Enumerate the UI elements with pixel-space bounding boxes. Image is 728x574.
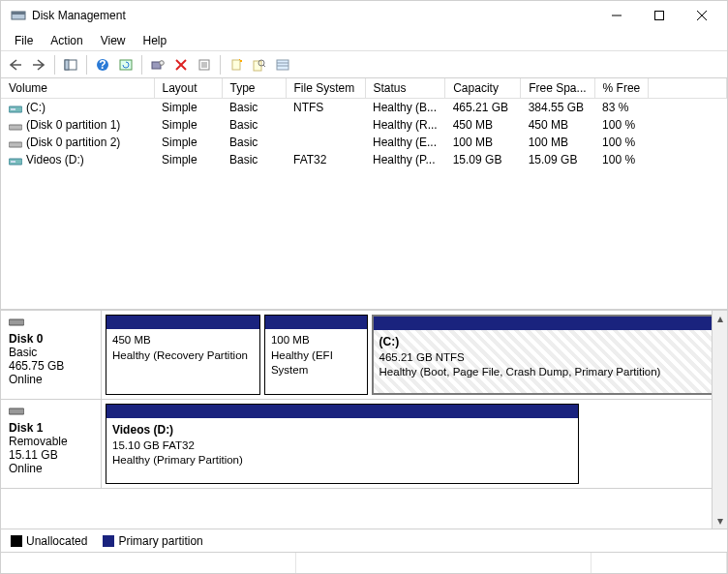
forward-button[interactable] bbox=[28, 54, 49, 76]
volume-icon bbox=[9, 156, 22, 166]
partition-header-bar bbox=[106, 316, 259, 329]
disk-label[interactable]: Disk 1Removable15.11 GBOnline bbox=[1, 400, 102, 488]
table-row[interactable]: (Disk 0 partition 1)SimpleBasicHealthy (… bbox=[1, 116, 727, 134]
svg-rect-31 bbox=[11, 161, 15, 163]
menubar: File Action View Help bbox=[1, 30, 727, 51]
svg-rect-33 bbox=[9, 408, 24, 414]
settings-button[interactable] bbox=[147, 54, 168, 76]
disk-label[interactable]: Disk 0Basic465.75 GBOnline bbox=[1, 311, 102, 399]
volume-list[interactable]: Volume Layout Type File System Status Ca… bbox=[1, 78, 727, 311]
col-volume[interactable]: Volume bbox=[1, 78, 154, 99]
refresh-button[interactable] bbox=[115, 54, 136, 76]
app-icon bbox=[11, 8, 26, 23]
partition[interactable]: 100 MBHealthy (EFI System bbox=[264, 315, 368, 395]
maximize-button[interactable] bbox=[638, 1, 681, 30]
toolbar: ? bbox=[1, 51, 727, 78]
menu-action[interactable]: Action bbox=[43, 32, 90, 49]
partition-header-bar bbox=[106, 405, 578, 418]
partition-header-bar bbox=[374, 317, 713, 330]
list-view-button[interactable] bbox=[272, 54, 293, 76]
col-type[interactable]: Type bbox=[222, 78, 286, 99]
col-free[interactable]: Free Spa... bbox=[521, 78, 594, 99]
new-button[interactable] bbox=[226, 54, 247, 76]
minimize-button[interactable] bbox=[595, 1, 638, 30]
svg-rect-29 bbox=[9, 142, 22, 147]
find-button[interactable] bbox=[249, 54, 270, 76]
delete-button[interactable] bbox=[170, 54, 192, 76]
back-button[interactable] bbox=[5, 54, 26, 76]
scroll-up-button[interactable]: ▴ bbox=[713, 311, 727, 326]
table-row[interactable]: (C:)SimpleBasicNTFSHealthy (B...465.21 G… bbox=[1, 99, 727, 117]
legend: Unallocated Primary partition bbox=[1, 529, 727, 552]
svg-text:?: ? bbox=[99, 58, 106, 72]
scroll-down-button[interactable]: ▾ bbox=[713, 513, 727, 529]
partition-header-bar bbox=[265, 316, 367, 329]
toolbar-separator bbox=[86, 55, 87, 75]
window-title: Disk Management bbox=[32, 9, 595, 22]
col-layout[interactable]: Layout bbox=[154, 78, 222, 99]
svg-rect-27 bbox=[11, 108, 15, 110]
partition[interactable]: (C:)465.21 GB NTFSHealthy (Boot, Page Fi… bbox=[372, 315, 715, 395]
disk-row: Disk 1Removable15.11 GBOnlineVideos (D:)… bbox=[1, 400, 712, 489]
menu-file[interactable]: File bbox=[7, 32, 41, 49]
toolbar-separator bbox=[220, 55, 221, 75]
help-button[interactable]: ? bbox=[92, 54, 113, 76]
menu-help[interactable]: Help bbox=[136, 32, 175, 49]
table-row[interactable]: (Disk 0 partition 2)SimpleBasicHealthy (… bbox=[1, 134, 727, 151]
disk-icon bbox=[9, 406, 24, 419]
show-hide-console-button[interactable] bbox=[60, 54, 81, 76]
svg-rect-7 bbox=[65, 60, 69, 70]
svg-rect-19 bbox=[232, 60, 240, 70]
svg-rect-32 bbox=[9, 319, 24, 325]
col-status[interactable]: Status bbox=[365, 78, 445, 99]
col-spacer bbox=[649, 78, 727, 99]
toolbar-separator bbox=[54, 55, 55, 75]
table-row[interactable]: Videos (D:)SimpleBasicFAT32Healthy (P...… bbox=[1, 151, 727, 168]
statusbar bbox=[1, 552, 727, 573]
disk-row: Disk 0Basic465.75 GBOnline450 MBHealthy … bbox=[1, 311, 712, 400]
titlebar: Disk Management bbox=[1, 1, 727, 30]
partition[interactable]: Videos (D:)15.10 GB FAT32Healthy (Primar… bbox=[106, 404, 579, 484]
partition[interactable]: 450 MBHealthy (Recovery Partition bbox=[106, 315, 260, 395]
svg-rect-28 bbox=[9, 125, 22, 130]
column-headers[interactable]: Volume Layout Type File System Status Ca… bbox=[1, 78, 727, 99]
close-button[interactable] bbox=[681, 1, 723, 30]
volume-icon bbox=[9, 138, 22, 148]
toolbar-separator bbox=[141, 55, 142, 75]
col-cap[interactable]: Capacity bbox=[445, 78, 521, 99]
col-fs[interactable]: File System bbox=[286, 78, 365, 99]
volume-icon bbox=[9, 121, 22, 131]
disk-graph-pane[interactable]: Disk 0Basic465.75 GBOnline450 MBHealthy … bbox=[1, 311, 727, 529]
menu-view[interactable]: View bbox=[93, 32, 134, 49]
legend-primary: Primary partition bbox=[103, 534, 202, 548]
volume-icon bbox=[9, 104, 22, 113]
disk-icon bbox=[9, 317, 24, 330]
scrollbar[interactable]: ▴ ▾ bbox=[712, 311, 727, 529]
svg-rect-3 bbox=[655, 12, 664, 20]
svg-rect-23 bbox=[277, 60, 288, 70]
legend-unallocated: Unallocated bbox=[11, 534, 87, 548]
svg-point-12 bbox=[160, 60, 165, 65]
svg-line-22 bbox=[263, 65, 265, 67]
svg-rect-1 bbox=[12, 12, 25, 15]
properties-button[interactable] bbox=[194, 54, 215, 76]
col-pct[interactable]: % Free bbox=[594, 78, 649, 99]
